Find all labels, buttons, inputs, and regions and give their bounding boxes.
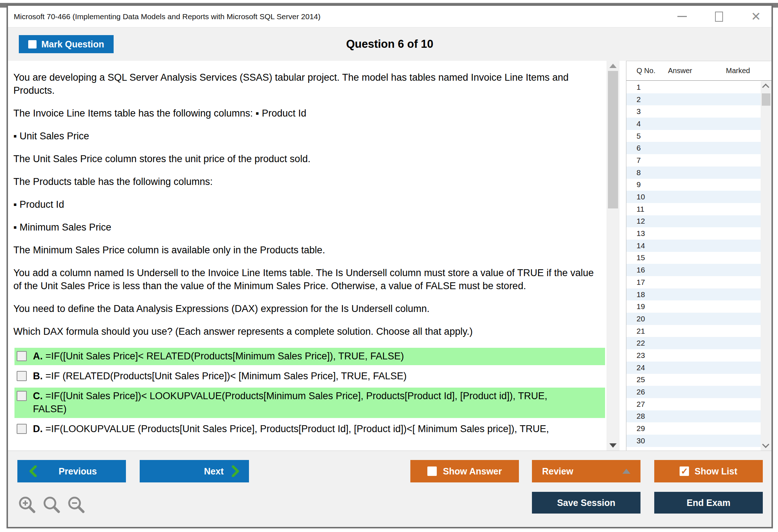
zoom-in-button[interactable] [17, 495, 37, 515]
minimize-icon [677, 16, 687, 17]
header-band: Question 6 of 10 Mark Question [8, 28, 771, 61]
window-controls: ✕ [676, 6, 762, 27]
show-answer-button[interactable]: ✓ Show Answer [410, 460, 519, 482]
previous-button[interactable]: Previous [17, 460, 126, 482]
magnifier-icon [42, 495, 62, 515]
answer-option-a-text: A. =IF([Unit Sales Price]< RELATED(Produ… [33, 350, 404, 363]
question-paragraph: The Invoice Line Items table has the fol… [13, 107, 599, 120]
answer-option-d[interactable]: D. =IF(LOOKUPVALUE (Products[Unit Sales … [14, 421, 605, 438]
window-title: Microsoft 70-466 (Implementing Data Mode… [14, 12, 321, 21]
show-answer-label: Show Answer [443, 466, 502, 477]
check-icon: ✓ [681, 467, 688, 476]
question-paragraph: You add a column named Is Undersell to t… [13, 266, 599, 292]
next-button[interactable]: Next [140, 460, 249, 482]
zoom-out-button[interactable] [67, 495, 86, 515]
end-exam-button[interactable]: End Exam [654, 492, 763, 514]
question-paragraph: The Unit Sales Price column stores the u… [13, 152, 599, 165]
question-paragraph: ▪ Minimum Sales Price [13, 221, 599, 234]
question-list-row[interactable]: 25 [626, 374, 761, 386]
question-paragraph: ▪ Product Id [13, 198, 599, 211]
show-list-label: Show List [694, 466, 737, 477]
save-session-label: Save Session [557, 498, 615, 508]
question-counter: Question 6 of 10 [8, 28, 771, 61]
main-scrollbar[interactable] [606, 61, 620, 451]
answer-option-c-checkbox[interactable] [17, 391, 27, 401]
save-session-button[interactable]: Save Session [532, 492, 640, 514]
mark-question-button[interactable]: Mark Question [19, 35, 114, 53]
question-list-row[interactable]: 21 [626, 325, 761, 337]
answer-option-a[interactable]: A. =IF([Unit Sales Price]< RELATED(Produ… [14, 348, 605, 365]
answer-option-a-checkbox[interactable] [17, 351, 27, 361]
answer-option-d-checkbox[interactable] [17, 424, 27, 434]
question-list-row[interactable]: 22 [626, 337, 761, 349]
show-answer-checkbox[interactable]: ✓ [427, 466, 437, 476]
close-button[interactable]: ✕ [750, 9, 762, 24]
question-list-row[interactable]: 8 [626, 166, 761, 179]
column-header-answer: Answer [668, 67, 726, 75]
content-row: You are developing a SQL Server Analysis… [8, 61, 771, 451]
end-exam-label: End Exam [687, 498, 731, 508]
zoom-controls [17, 495, 86, 515]
question-list-scrollbar-thumb[interactable] [762, 93, 770, 106]
app-window: Microsoft 70-466 (Implementing Data Mode… [7, 4, 773, 528]
review-label: Review [542, 466, 573, 477]
column-header-qno: Q No. [626, 67, 668, 75]
footer-bar: Previous Next ✓ Show Answer Review ✓ Sho… [8, 451, 771, 527]
maximize-button[interactable] [713, 9, 725, 24]
previous-label: Previous [59, 466, 97, 477]
question-list-row[interactable]: 19 [626, 300, 761, 313]
main-scrollbar-thumb[interactable] [608, 71, 618, 208]
review-button[interactable]: Review [532, 460, 640, 482]
show-list-button[interactable]: ✓ Show List [654, 460, 763, 482]
question-paragraph: ▪ Unit Sales Price [13, 130, 599, 143]
zoom-out-icon [67, 495, 86, 515]
question-list-row[interactable]: 7 [626, 154, 761, 166]
question-list-row[interactable]: 17 [626, 276, 761, 288]
next-label: Next [204, 466, 224, 477]
question-list-row[interactable]: 20 [626, 313, 761, 325]
answer-option-c-text: C. =IF([Unit Sales Price])< LOOKUPVALUE(… [33, 389, 561, 415]
question-list-scrollbar[interactable] [761, 81, 771, 451]
scroll-up-icon[interactable] [762, 84, 769, 91]
question-list-row[interactable]: 4 [626, 118, 761, 130]
chevron-right-icon [232, 465, 240, 477]
question-list-row[interactable]: 29 [626, 422, 761, 435]
question-list-row[interactable]: 23 [626, 349, 761, 362]
question-list-row[interactable]: 9 [626, 179, 761, 191]
question-list-row[interactable]: 5 [626, 130, 761, 142]
question-paragraph: You need to define the Data Analysis Exp… [13, 302, 599, 315]
mark-question-checkbox[interactable] [28, 40, 37, 48]
question-list-row[interactable]: 12 [626, 215, 761, 228]
question-list-row[interactable]: 16 [626, 264, 761, 276]
question-text: You are developing a SQL Server Analysis… [8, 61, 620, 338]
question-list-row[interactable]: 13 [626, 227, 761, 240]
question-list-row[interactable]: 11 [626, 203, 761, 215]
zoom-reset-button[interactable] [42, 495, 62, 515]
question-list-row[interactable]: 27 [626, 398, 761, 410]
question-list-row[interactable]: 30 [626, 435, 761, 447]
question-list-row[interactable]: 18 [626, 288, 761, 301]
question-list-row[interactable]: 10 [626, 191, 761, 203]
minimize-button[interactable] [676, 9, 688, 24]
chevron-left-icon [29, 465, 37, 477]
question-list-row[interactable]: 28 [626, 410, 761, 423]
answer-option-b-checkbox[interactable] [17, 371, 27, 381]
question-list-row[interactable]: 1 [626, 81, 761, 93]
question-list-row[interactable]: 14 [626, 240, 761, 252]
scroll-up-icon[interactable] [609, 64, 617, 68]
show-list-checkbox[interactable]: ✓ [680, 466, 689, 476]
scroll-down-icon[interactable] [609, 443, 617, 448]
question-list-rows: 1234567891011121314151617181920212223242… [626, 81, 761, 451]
answer-option-b[interactable]: B. =IF (RELATED(Products[Unit Sales Pric… [14, 368, 605, 385]
question-list-row[interactable]: 26 [626, 386, 761, 398]
question-list-row[interactable]: 6 [626, 142, 761, 154]
answer-option-b-text: B. =IF (RELATED(Products[Unit Sales Pric… [33, 370, 407, 383]
scroll-down-icon[interactable] [762, 441, 769, 448]
question-list-row[interactable]: 2 [626, 93, 761, 106]
zoom-in-icon [17, 495, 37, 515]
question-list-row[interactable]: 24 [626, 362, 761, 374]
question-list-row[interactable]: 3 [626, 105, 761, 118]
question-list-row[interactable]: 15 [626, 252, 761, 264]
answer-option-c[interactable]: C. =IF([Unit Sales Price])< LOOKUPVALUE(… [14, 388, 605, 418]
question-paragraph: Which DAX formula should you use? (Each … [13, 325, 599, 338]
